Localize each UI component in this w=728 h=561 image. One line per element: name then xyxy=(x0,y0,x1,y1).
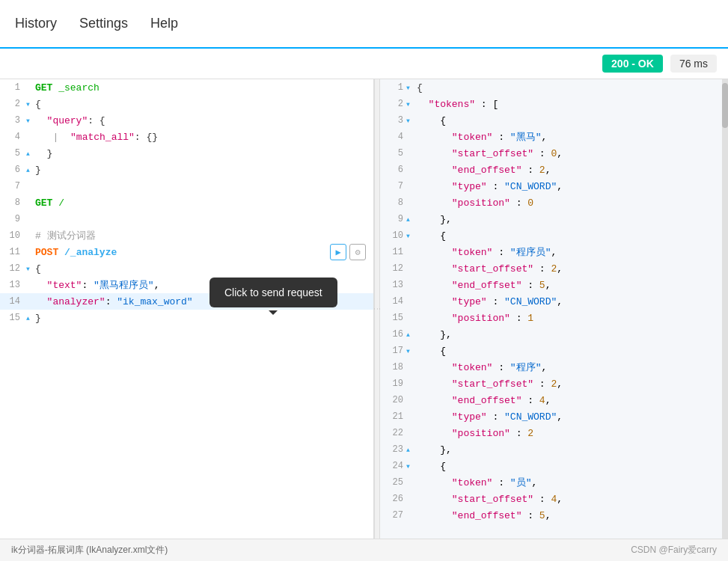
top-bar: History Settings Help xyxy=(0,0,728,49)
nav-settings[interactable]: Settings xyxy=(79,12,128,35)
panel-resizer[interactable]: ⋮ xyxy=(374,79,380,539)
editor-line-13: 13 "text": "黑马程序员", xyxy=(0,277,373,293)
json-line-1: 1 ▼ { xyxy=(380,79,728,96)
json-line-20: 20 "end_offset" : 4, xyxy=(380,392,728,408)
status-ok-badge: 200 - OK xyxy=(602,55,663,73)
editor-line-10: 10 # 测试分词器 xyxy=(0,227,373,244)
json-line-13: 13 "end_offset" : 5, xyxy=(380,277,728,293)
footer-left-text: ik分词器-拓展词库 (IkAnalyzer.xml文件) xyxy=(11,544,168,557)
editor-line-8: 8 GET / xyxy=(0,194,373,211)
editor-line-5: 5 ▲ } xyxy=(0,145,373,162)
json-line-15: 15 "position" : 1 xyxy=(380,310,728,326)
json-line-19: 19 "start_offset" : 2, xyxy=(380,375,728,392)
json-line-18: 18 "token" : "程序", xyxy=(380,359,728,375)
json-line-12: 12 "start_offset" : 2, xyxy=(380,260,728,277)
editor-line-2: 2 ▼ { xyxy=(0,96,373,112)
editor-line-3: 3 ▼ "query": { xyxy=(0,112,373,129)
editor-line-14: 14 "analyzer": "ik_max_word" xyxy=(0,293,373,310)
json-line-16: 16 ▲ }, xyxy=(380,326,728,343)
json-line-5: 5 "start_offset" : 0, xyxy=(380,145,728,162)
editor-line-11: 11 POST /_analyze ▶ ⚙ xyxy=(0,244,373,260)
json-line-11: 11 "token" : "程序员", xyxy=(380,244,728,260)
scrollbar-thumb[interactable] xyxy=(722,83,728,128)
status-bar: 200 - OK 76 ms xyxy=(0,49,728,79)
json-line-7: 7 "type" : "CN_WORD", xyxy=(380,178,728,194)
editor-line-4: 4 | "match_all": {} xyxy=(0,129,373,145)
json-line-10: 10 ▼ { xyxy=(380,227,728,244)
editor-line-15: 15 ▲ } xyxy=(0,310,373,326)
json-line-2: 2 ▼ "tokens" : [ xyxy=(380,96,728,112)
scrollbar-track[interactable] xyxy=(722,79,728,539)
right-panel: 1 ▼ { 2 ▼ "tokens" : [ 3 ▼ { 4 "toke xyxy=(380,79,728,539)
json-line-22: 22 "position" : 2 xyxy=(380,425,728,441)
json-line-14: 14 "type" : "CN_WORD", xyxy=(380,293,728,310)
json-line-3: 3 ▼ { xyxy=(380,112,728,129)
json-line-9: 9 ▲ }, xyxy=(380,211,728,227)
json-line-4: 4 "token" : "黑马", xyxy=(380,129,728,145)
json-line-24: 24 ▼ { xyxy=(380,458,728,474)
json-line-26: 26 "start_offset" : 4, xyxy=(380,491,728,507)
json-line-6: 6 "end_offset" : 2, xyxy=(380,162,728,178)
nav-history[interactable]: History xyxy=(15,12,57,35)
json-line-23: 23 ▲ }, xyxy=(380,441,728,458)
json-line-17: 17 ▼ { xyxy=(380,343,728,359)
json-line-8: 8 "position" : 0 xyxy=(380,194,728,211)
run-button[interactable]: ▶ xyxy=(330,244,346,260)
json-line-25: 25 "token" : "员", xyxy=(380,474,728,491)
footer-right-text: CSDN @Fairy爱carry xyxy=(631,544,717,557)
left-editor-panel[interactable]: 1 GET _search 2 ▼ { 3 ▼ "query": { 4 | "… xyxy=(0,79,374,539)
main-content: 1 GET _search 2 ▼ { 3 ▼ "query": { 4 | "… xyxy=(0,79,728,539)
editor-line-7: 7 xyxy=(0,178,373,194)
editor-line-6: 6 ▲ } xyxy=(0,162,373,178)
editor-line-12: 12 ▼ { xyxy=(0,260,373,277)
editor-line-9: 9 xyxy=(0,211,373,227)
editor-line-1: 1 GET _search xyxy=(0,79,373,96)
status-time-badge: 76 ms xyxy=(670,55,717,73)
json-line-27: 27 "end_offset" : 5, xyxy=(380,507,728,524)
nav-help[interactable]: Help xyxy=(150,12,178,35)
footer: ik分词器-拓展词库 (IkAnalyzer.xml文件) CSDN @Fair… xyxy=(0,539,728,561)
settings-icon-button[interactable]: ⚙ xyxy=(349,244,366,260)
json-line-21: 21 "type" : "CN_WORD", xyxy=(380,408,728,425)
